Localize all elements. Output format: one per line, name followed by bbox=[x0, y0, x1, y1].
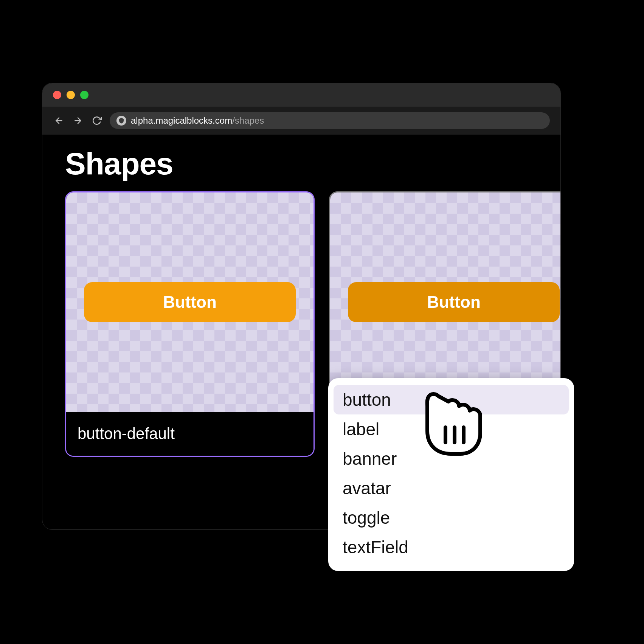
window-maximize-button[interactable] bbox=[80, 91, 88, 99]
dropdown-item-avatar[interactable]: avatar bbox=[334, 473, 569, 503]
dropdown-item-banner[interactable]: banner bbox=[334, 444, 569, 473]
window-titlebar bbox=[42, 83, 560, 107]
site-identity-icon bbox=[116, 116, 126, 126]
preview-button: Button bbox=[348, 282, 560, 322]
url-path: /shapes bbox=[232, 115, 264, 126]
browser-toolbar: alpha.magicalblocks.com/shapes bbox=[42, 107, 560, 135]
shape-card[interactable]: Button button-default bbox=[65, 191, 315, 457]
shape-preview-canvas: Button bbox=[66, 192, 313, 412]
shape-type-dropdown[interactable]: button label banner avatar toggle textFi… bbox=[328, 378, 574, 571]
address-bar[interactable]: alpha.magicalblocks.com/shapes bbox=[110, 112, 550, 129]
dropdown-item-label[interactable]: label bbox=[334, 414, 569, 444]
url-host: alpha.magicalblocks.com bbox=[131, 115, 232, 126]
window-close-button[interactable] bbox=[53, 91, 61, 99]
url-text: alpha.magicalblocks.com/shapes bbox=[131, 115, 264, 126]
dropdown-item-toggle[interactable]: toggle bbox=[334, 503, 569, 532]
dropdown-item-button[interactable]: button bbox=[334, 385, 569, 414]
shape-card-name: button-default bbox=[66, 412, 313, 456]
back-button[interactable] bbox=[53, 115, 65, 127]
page-title: Shapes bbox=[65, 146, 538, 182]
forward-button[interactable] bbox=[72, 115, 84, 127]
window-minimize-button[interactable] bbox=[67, 91, 75, 99]
dropdown-item-textfield[interactable]: textField bbox=[334, 532, 569, 562]
reload-button[interactable] bbox=[91, 115, 103, 127]
preview-button: Button bbox=[84, 282, 296, 322]
